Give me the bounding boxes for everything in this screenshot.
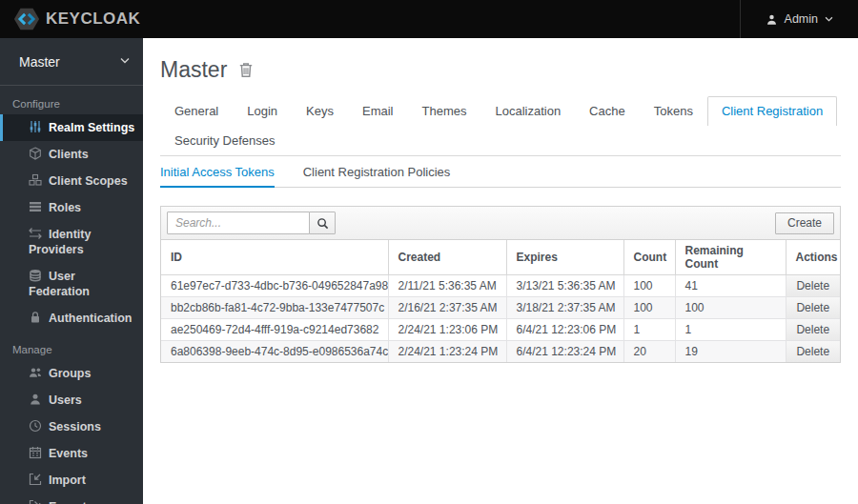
subtab-client-registration-policies[interactable]: Client Registration Policies — [303, 156, 451, 188]
tab-security-defenses[interactable]: Security Defenses — [160, 126, 290, 155]
client-registration-subtabs: Initial Access Tokens Client Registratio… — [160, 156, 841, 188]
cell-count: 100 — [623, 275, 675, 297]
sidebar-item-label: Users — [49, 393, 82, 407]
realm-tabs: General Login Keys Email Themes Localiza… — [160, 96, 841, 156]
sidebar-item-client-scopes[interactable]: Client Scopes — [0, 168, 143, 194]
sidebar-item-label: Groups — [49, 367, 91, 380]
list-icon — [29, 200, 42, 213]
realm-selector-label: Master — [19, 54, 60, 70]
realm-selector-dropdown[interactable]: Master — [0, 38, 143, 86]
sidebar-item-sessions[interactable]: Sessions — [0, 413, 143, 440]
tab-cache[interactable]: Cache — [575, 96, 640, 126]
column-header-remaining-count: Remaining Count — [675, 240, 786, 275]
sidebar-item-export[interactable]: Export — [0, 494, 143, 504]
calendar-icon — [29, 446, 42, 459]
cell-expires: 6/4/21 12:23:06 PM — [506, 319, 623, 341]
brand-text: KEYCLOAK — [46, 10, 140, 29]
sidebar-item-label: Events — [49, 447, 88, 460]
sidebar-item-label: Realm Settings — [49, 121, 134, 134]
chevron-down-icon — [120, 57, 130, 64]
top-header-bar: KEYCLOAK Admin — [0, 0, 858, 38]
tab-localization[interactable]: Localization — [480, 96, 575, 126]
cubes-icon — [29, 173, 42, 187]
sliders-icon — [29, 120, 42, 133]
sidebar-item-label: Sessions — [49, 420, 101, 433]
cell-created: 2/11/21 5:36:35 AM — [388, 275, 506, 297]
sidebar-item-label: Authentication — [49, 312, 133, 325]
tab-general[interactable]: General — [160, 96, 233, 126]
table-row: 61e97ec7-d733-4dbc-b736-049652847a98 2/1… — [161, 275, 840, 297]
column-header-expires: Expires — [506, 240, 623, 275]
column-header-count: Count — [623, 240, 675, 275]
tab-client-registration[interactable]: Client Registration — [707, 96, 837, 126]
table-row: ae250469-72d4-4fff-919a-c9214ed73682 2/2… — [161, 319, 840, 341]
tab-themes[interactable]: Themes — [407, 96, 480, 126]
page-title: Master — [160, 57, 227, 83]
table-row: bb2cb86b-fa81-4c72-9bba-133e7477507c 2/1… — [161, 297, 840, 319]
search-button[interactable] — [309, 212, 336, 234]
database-icon — [29, 269, 42, 282]
cell-remaining-count: 19 — [675, 341, 786, 363]
tab-tokens[interactable]: Tokens — [640, 96, 707, 126]
delete-button[interactable]: Delete — [786, 275, 841, 296]
sidebar-item-realm-settings[interactable]: Realm Settings — [0, 114, 143, 141]
cell-remaining-count: 100 — [675, 297, 786, 319]
cell-created: 2/16/21 2:37:35 AM — [388, 297, 506, 319]
sidebar: Master Configure Realm Settings — [0, 38, 143, 504]
search-input[interactable] — [167, 212, 310, 234]
sidebar-item-authentication[interactable]: Authentication — [0, 305, 143, 332]
table-row: 6a806398-9eeb-474c-8d95-e0986536a74c 2/2… — [161, 341, 840, 363]
cell-expires: 6/4/21 12:23:24 PM — [506, 341, 623, 363]
tab-login[interactable]: Login — [233, 96, 292, 126]
tokens-table-panel: Create ID Created Expires Count Remainin… — [160, 206, 841, 363]
cell-created: 2/24/21 1:23:24 PM — [388, 341, 506, 363]
delete-button[interactable]: Delete — [786, 341, 841, 362]
delete-button[interactable]: Delete — [786, 297, 841, 318]
section-label-configure: Configure — [0, 86, 143, 114]
sidebar-item-user-federation[interactable]: User Federation — [0, 263, 143, 305]
user-icon — [29, 393, 42, 406]
admin-label: Admin — [785, 12, 818, 26]
keycloak-hexagon-icon — [13, 6, 40, 32]
exchange-icon — [29, 227, 42, 240]
cell-count: 1 — [623, 319, 675, 341]
chevron-down-icon — [825, 16, 833, 22]
cell-count: 20 — [623, 341, 675, 363]
cube-icon — [29, 147, 42, 160]
cell-created: 2/24/21 1:23:06 PM — [388, 319, 506, 341]
create-button[interactable]: Create — [775, 212, 834, 234]
sidebar-item-groups[interactable]: Groups — [0, 360, 143, 387]
tab-email[interactable]: Email — [348, 96, 408, 126]
cell-remaining-count: 1 — [675, 319, 786, 341]
sidebar-item-identity-providers[interactable]: Identity Providers — [0, 221, 143, 263]
sidebar-item-events[interactable]: Events — [0, 440, 143, 467]
cell-id: ae250469-72d4-4fff-919a-c9214ed73682 — [161, 319, 388, 341]
admin-user-menu[interactable]: Admin — [740, 0, 858, 38]
clock-icon — [29, 419, 42, 433]
main-content: Master General Login Keys Email Themes L… — [143, 38, 858, 504]
sidebar-item-clients[interactable]: Clients — [0, 141, 143, 168]
column-header-actions: Actions — [786, 240, 840, 275]
cell-remaining-count: 41 — [675, 275, 786, 297]
sidebar-item-label: Export — [49, 500, 87, 504]
initial-access-tokens-table: ID Created Expires Count Remaining Count… — [161, 240, 840, 362]
keycloak-logo[interactable]: KEYCLOAK — [0, 0, 140, 38]
column-header-created: Created — [388, 240, 506, 275]
sidebar-item-label: Client Scopes — [49, 174, 128, 188]
sidebar-item-label: Clients — [49, 148, 89, 161]
user-icon — [766, 13, 778, 26]
sidebar-item-roles[interactable]: Roles — [0, 194, 143, 221]
subtab-initial-access-tokens[interactable]: Initial Access Tokens — [160, 156, 275, 188]
delete-button[interactable]: Delete — [786, 319, 841, 340]
sidebar-item-label: Roles — [49, 201, 81, 214]
tab-keys[interactable]: Keys — [292, 96, 348, 126]
sidebar-item-import[interactable]: Import — [0, 467, 143, 494]
cell-id: bb2cb86b-fa81-4c72-9bba-133e7477507c — [161, 297, 388, 319]
column-header-id: ID — [161, 240, 388, 275]
sidebar-item-users[interactable]: Users — [0, 387, 143, 413]
section-label-manage: Manage — [0, 332, 143, 360]
users-icon — [29, 366, 42, 379]
import-icon — [29, 473, 42, 486]
delete-realm-trash-icon[interactable] — [238, 62, 254, 78]
lock-icon — [29, 311, 42, 324]
